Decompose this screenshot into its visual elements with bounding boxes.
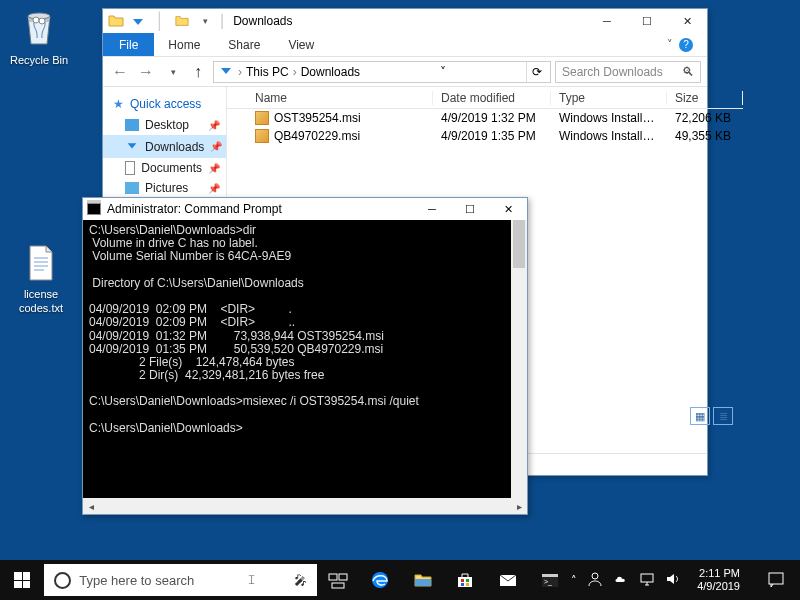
scroll-left-icon[interactable]: ◂ [83, 498, 99, 514]
file-row[interactable]: QB4970229.msi 4/9/2019 1:35 PM Windows I… [227, 127, 743, 145]
ribbon-view[interactable]: View [274, 33, 328, 56]
svg-rect-11 [415, 579, 431, 586]
clock[interactable]: 2:11 PM 4/9/2019 [689, 567, 748, 592]
cmd-scroll-thumb[interactable] [513, 220, 525, 268]
explorer-titlebar[interactable]: │ | Downloads ─ ☐ ✕ [103, 9, 707, 33]
task-view-button[interactable] [317, 560, 359, 600]
pictures-icon [125, 182, 139, 194]
svg-rect-18 [542, 574, 558, 577]
svg-rect-7 [329, 574, 337, 580]
taskbar: Type here to search 𝙸 🎤︎ >_ ˄ 2:11 PM 4/… [0, 560, 800, 600]
svg-rect-9 [332, 583, 344, 588]
store-button[interactable] [444, 560, 486, 600]
folder-icon [107, 12, 125, 30]
svg-point-20 [592, 573, 598, 579]
forward-button[interactable]: → [135, 61, 157, 83]
pin-icon: 📌 [208, 183, 220, 194]
sidebar-quick-access[interactable]: ★ Quick access [103, 93, 226, 115]
cmd-window[interactable]: Administrator: Command Prompt ─ ☐ ✕ C:\U… [82, 197, 528, 515]
explorer-button[interactable] [402, 560, 444, 600]
desktop-icon [125, 119, 139, 131]
sidebar-item-downloads[interactable]: Downloads📌 [103, 135, 226, 158]
pin-icon: 📌 [208, 120, 220, 131]
close-button[interactable]: ✕ [667, 10, 707, 32]
ribbon-expand-icon[interactable]: ˅ [667, 38, 673, 51]
back-button[interactable]: ← [109, 61, 131, 83]
search-placeholder: Type here to search [79, 573, 194, 588]
ribbon-file[interactable]: File [103, 33, 154, 56]
people-icon[interactable] [587, 571, 603, 589]
network-icon[interactable] [639, 571, 655, 589]
text-file-label: license codes.txt [6, 288, 76, 316]
maximize-button[interactable]: ☐ [627, 10, 667, 32]
help-icon[interactable]: ? [679, 38, 693, 52]
address-bar[interactable]: › This PC › Downloads ˅ ⟳ [213, 61, 551, 83]
view-large-icon[interactable]: ▦ [690, 407, 710, 425]
qat-menu[interactable] [195, 12, 213, 30]
svg-rect-24 [769, 573, 783, 584]
cmd-hscroll[interactable]: ◂ ▸ [83, 498, 527, 514]
cmd-maximize-button[interactable]: ☐ [451, 199, 489, 219]
pin-icon: 📌 [210, 141, 222, 152]
svg-rect-14 [461, 583, 464, 586]
address-dropdown[interactable]: ˅ [433, 62, 453, 82]
refresh-button[interactable]: ⟳ [526, 62, 546, 82]
svg-point-1 [33, 17, 39, 23]
start-button[interactable] [0, 560, 44, 600]
cmd-body[interactable]: C:\Users\Daniel\Downloads>dir Volume in … [83, 220, 527, 498]
tray-overflow-icon[interactable]: ˄ [571, 574, 577, 587]
volume-icon[interactable] [665, 571, 681, 589]
col-size[interactable]: Size [667, 91, 743, 105]
title-sep: | [217, 12, 227, 30]
sidebar-item-documents[interactable]: Documents📌 [103, 158, 226, 178]
breadcrumb-root[interactable]: This PC [246, 65, 289, 79]
star-icon: ★ [113, 97, 124, 111]
taskbar-search[interactable]: Type here to search 𝙸 🎤︎ [44, 564, 316, 596]
svg-text:>_: >_ [544, 578, 552, 586]
cmd-vscroll[interactable] [511, 220, 527, 498]
edge-button[interactable] [359, 560, 401, 600]
svg-point-0 [28, 13, 50, 19]
ribbon-home[interactable]: Home [154, 33, 214, 56]
system-tray: ˄ 2:11 PM 4/9/2019 [571, 560, 800, 600]
col-type[interactable]: Type [551, 91, 667, 105]
recycle-bin-label: Recycle Bin [4, 54, 74, 68]
sidebar-item-desktop[interactable]: Desktop📌 [103, 115, 226, 135]
cmd-close-button[interactable]: ✕ [489, 199, 527, 219]
recent-button[interactable] [161, 61, 183, 83]
file-row[interactable]: OST395254.msi 4/9/2019 1:32 PM Windows I… [227, 109, 743, 127]
svg-rect-15 [466, 583, 469, 586]
search-placeholder: Search Downloads [562, 65, 663, 79]
svg-point-10 [372, 572, 388, 588]
cmd-titlebar[interactable]: Administrator: Command Prompt ─ ☐ ✕ [83, 198, 527, 220]
up-button[interactable]: ↑ [187, 61, 209, 83]
column-headers[interactable]: Name Date modified Type Size [227, 87, 743, 109]
minimize-button[interactable]: ─ [587, 10, 627, 32]
cmd-icon [87, 203, 101, 215]
svg-rect-12 [461, 579, 464, 582]
col-name[interactable]: Name [247, 91, 433, 105]
cmd-output: C:\Users\Daniel\Downloads>dir Volume in … [89, 223, 419, 435]
onedrive-icon[interactable] [613, 571, 629, 589]
cmd-minimize-button[interactable]: ─ [413, 199, 451, 219]
action-center-button[interactable] [756, 560, 796, 600]
ribbon: File Home Share View ˅ ? [103, 33, 707, 57]
sidebar-item-pictures[interactable]: Pictures📌 [103, 178, 226, 198]
qat-sep: │ [151, 12, 169, 30]
mail-button[interactable] [486, 560, 528, 600]
text-cursor-icon: 𝙸 [247, 572, 256, 588]
svg-rect-13 [466, 579, 469, 582]
ribbon-share[interactable]: Share [214, 33, 274, 56]
text-file-icon[interactable]: license codes.txt [6, 242, 76, 316]
search-input[interactable]: Search Downloads 🔍︎ [555, 61, 701, 83]
view-details-icon[interactable]: ≣ [713, 407, 733, 425]
col-date[interactable]: Date modified [433, 91, 551, 105]
svg-rect-21 [641, 574, 653, 582]
scroll-right-icon[interactable]: ▸ [511, 498, 527, 514]
breadcrumb-folder[interactable]: Downloads [301, 65, 360, 79]
address-icon [218, 62, 234, 81]
recycle-bin-icon[interactable]: Recycle Bin [4, 8, 74, 68]
mic-icon[interactable]: 🎤︎ [264, 573, 307, 588]
down-arrow-icon[interactable] [129, 12, 147, 30]
cmd-task-button[interactable]: >_ [529, 560, 571, 600]
